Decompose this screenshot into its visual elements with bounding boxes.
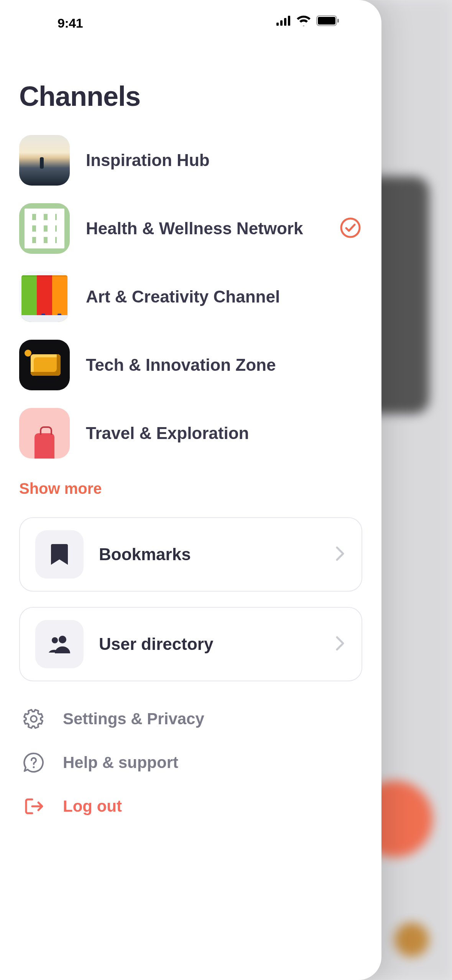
card-label: User directory <box>99 635 319 654</box>
battery-icon <box>316 15 339 26</box>
link-label: Settings & Privacy <box>63 710 204 728</box>
wifi-icon <box>296 15 311 26</box>
channel-label: Travel & Exploration <box>86 424 362 443</box>
channel-item-travel-exploration[interactable]: Travel & Exploration <box>19 408 362 459</box>
people-icon <box>35 620 84 668</box>
help-circle-icon <box>23 752 44 773</box>
channel-label: Tech & Innovation Zone <box>86 355 362 375</box>
settings-privacy-link[interactable]: Settings & Privacy <box>23 708 362 730</box>
svg-rect-5 <box>318 17 335 25</box>
channel-thumbnail <box>19 135 70 186</box>
channels-list: Inspiration Hub Health & Wellness Networ… <box>19 135 362 459</box>
channel-thumbnail <box>19 271 70 322</box>
chevron-right-icon <box>334 546 346 563</box>
quick-access-cards: Bookmarks User directory <box>19 517 362 681</box>
status-icons <box>276 15 339 26</box>
footer-links: Settings & Privacy Help & support Log ou… <box>19 708 362 817</box>
side-drawer: 9:41 Channels Inspiration Hub Health & <box>0 0 381 980</box>
svg-point-8 <box>59 636 66 643</box>
channel-item-health-wellness[interactable]: Health & Wellness Network <box>19 203 362 254</box>
status-time: 9:41 <box>58 16 83 31</box>
channel-label: Art & Creativity Channel <box>86 287 362 306</box>
user-directory-button[interactable]: User directory <box>19 607 362 681</box>
page-title: Channels <box>19 81 362 112</box>
help-support-link[interactable]: Help & support <box>23 752 362 773</box>
svg-rect-3 <box>288 16 290 26</box>
log-out-link[interactable]: Log out <box>23 796 362 817</box>
svg-rect-0 <box>276 23 279 26</box>
channel-thumbnail <box>19 203 70 254</box>
channel-item-art-creativity[interactable]: Art & Creativity Channel <box>19 271 362 322</box>
logout-icon <box>23 796 44 817</box>
svg-point-7 <box>341 219 360 237</box>
bookmark-icon <box>35 530 84 579</box>
channel-item-inspiration-hub[interactable]: Inspiration Hub <box>19 135 362 186</box>
cellular-signal-icon <box>276 16 291 26</box>
card-label: Bookmarks <box>99 545 319 564</box>
channel-thumbnail <box>19 408 70 459</box>
channel-label: Health & Wellness Network <box>86 219 320 238</box>
svg-rect-6 <box>337 19 339 23</box>
gear-icon <box>23 708 44 730</box>
chevron-right-icon <box>334 636 346 653</box>
svg-point-9 <box>52 637 58 643</box>
check-circle-icon <box>340 217 361 240</box>
show-more-button[interactable]: Show more <box>19 480 362 497</box>
link-label: Help & support <box>63 753 178 772</box>
link-label: Log out <box>63 797 122 816</box>
svg-rect-2 <box>284 18 286 26</box>
channel-thumbnail <box>19 340 70 390</box>
channel-label: Inspiration Hub <box>86 151 362 170</box>
svg-rect-1 <box>280 20 283 26</box>
channel-item-tech-innovation[interactable]: Tech & Innovation Zone <box>19 340 362 390</box>
svg-point-10 <box>33 766 35 768</box>
bookmarks-button[interactable]: Bookmarks <box>19 517 362 592</box>
